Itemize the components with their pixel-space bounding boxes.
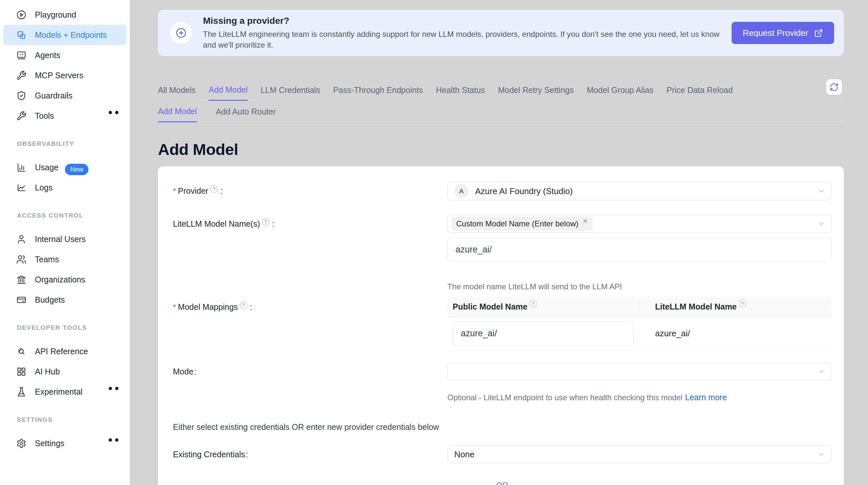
provider-select[interactable]: A Azure AI Foundry (Studio): [447, 182, 832, 200]
provider-avatar: A: [454, 184, 469, 198]
remove-tag-icon[interactable]: ✕: [583, 217, 588, 225]
sidebar-item-organizations[interactable]: Organizations: [0, 269, 129, 290]
tab-model-retry-settings[interactable]: Model Retry Settings: [498, 86, 574, 100]
tab-all-models[interactable]: All Models: [158, 86, 195, 100]
model-names-row: LiteLLM Model Name(s)?: Custom Model Nam…: [173, 215, 832, 291]
wrench-icon: [16, 111, 26, 121]
shield-check-icon: [16, 91, 26, 101]
model-mappings-table: Public Model Name? LiteLLM Model Name? a…: [447, 296, 832, 351]
chevron-down-icon: [817, 187, 825, 195]
sidebar-item-experimental[interactable]: Experimental ••: [0, 382, 129, 402]
sidebar-item-label: AI Hub: [35, 367, 60, 377]
user-icon: [16, 234, 26, 244]
required-marker: *: [173, 303, 176, 312]
sidebar-item-label: Models + Endpoints: [35, 30, 107, 40]
plus-circle-icon: [170, 22, 192, 44]
public-model-name-input[interactable]: [453, 321, 634, 346]
sidebar-item-models-endpoints[interactable]: Models + Endpoints: [3, 25, 126, 45]
sidebar-item-label: Tools: [35, 111, 54, 121]
mappings-table-header: Public Model Name? LiteLLM Model Name?: [447, 296, 832, 317]
tab-add-model[interactable]: Add Model: [209, 85, 248, 101]
sidebar-item-teams[interactable]: Teams: [0, 249, 129, 269]
page-title: Add Model: [158, 140, 844, 159]
banner-description: The LiteLLM engineering team is constant…: [203, 29, 732, 50]
model-mappings-row: *Model Mappings?: Public Model Name? Lit…: [173, 296, 832, 351]
sidebar-item-mcp-servers[interactable]: MCP Servers: [0, 65, 129, 86]
plug-icon: [16, 346, 26, 356]
models-tabs: All Models Add Model LLM Credentials Pas…: [158, 84, 844, 100]
sidebar-section-settings: SETTINGS: [17, 416, 129, 424]
sidebar-item-label: Experimental: [35, 387, 83, 397]
sidebar-item-label: Settings: [35, 439, 64, 448]
sidebar-item-usage[interactable]: Usage New: [0, 157, 129, 177]
line-chart-icon: [16, 183, 26, 193]
external-link-icon: [814, 29, 823, 37]
sidebar-item-label: Guardrails: [35, 91, 72, 100]
sidebar-section-developer-tools: DEVELOPER TOOLS: [17, 324, 129, 332]
request-provider-button[interactable]: Request Provider: [732, 22, 834, 44]
sidebar-item-guardrails[interactable]: Guardrails: [0, 86, 129, 106]
existing-credentials-select[interactable]: None: [447, 446, 832, 463]
custom-model-name-input[interactable]: [447, 238, 832, 261]
help-icon[interactable]: ?: [240, 301, 247, 309]
submenu-ellipsis-icon[interactable]: ••: [108, 383, 121, 394]
sidebar-item-ai-hub[interactable]: AI Hub: [0, 361, 129, 382]
sidebar-item-logs[interactable]: Logs: [0, 177, 129, 198]
help-icon[interactable]: ?: [529, 300, 537, 307]
sidebar-item-label: API Reference: [35, 347, 88, 356]
provider-value: Azure AI Foundry (Studio): [475, 186, 573, 196]
users-icon: [16, 254, 26, 264]
refresh-button[interactable]: [826, 79, 842, 95]
submenu-ellipsis-icon[interactable]: ••: [108, 434, 121, 446]
model-mappings-label: *Model Mappings?:: [173, 296, 447, 318]
mappings-table-row: azure_ai/: [447, 317, 832, 351]
subtab-add-model[interactable]: Add Model: [158, 107, 197, 122]
mode-row: Mode: Optional - LiteLLM endpoint to use…: [173, 363, 832, 402]
chevron-down-icon: [817, 450, 825, 458]
or-divider: OR: [173, 481, 832, 485]
public-model-name-header: Public Model Name?: [447, 296, 640, 317]
help-icon[interactable]: ?: [262, 218, 270, 226]
models-icon: [16, 30, 26, 40]
request-provider-label: Request Provider: [743, 28, 808, 38]
landmark-icon: [16, 274, 26, 285]
sidebar-item-api-reference[interactable]: API Reference: [0, 341, 129, 361]
required-marker: *: [173, 187, 176, 195]
model-name-tag: Custom Model Name (Enter below) ✕: [452, 217, 593, 231]
provider-row: *Provider?: A Azure AI Foundry (Studio): [173, 182, 832, 200]
credit-card-icon: [16, 295, 26, 305]
or-divider-label: OR: [487, 481, 517, 485]
grid-icon: [16, 366, 26, 377]
model-name-helper-text: The model name LiteLLM will send to the …: [447, 282, 832, 291]
subtab-add-auto-router[interactable]: Add Auto Router: [216, 107, 276, 122]
sidebar-item-tools[interactable]: Tools ••: [0, 106, 129, 126]
submenu-ellipsis-icon[interactable]: ••: [108, 107, 121, 119]
sidebar: Playground Models + Endpoints Agents MCP…: [0, 0, 130, 485]
tab-health-status[interactable]: Health Status: [436, 86, 485, 100]
sidebar-item-internal-users[interactable]: Internal Users: [0, 229, 129, 249]
tab-pass-through-endpoints[interactable]: Pass-Through Endpoints: [333, 86, 423, 100]
sidebar-item-agents[interactable]: Agents: [0, 45, 129, 65]
sidebar-item-label: MCP Servers: [35, 71, 83, 80]
tab-llm-credentials[interactable]: LLM Credentials: [261, 86, 320, 100]
wrench-icon: [16, 70, 26, 80]
mode-select[interactable]: [447, 363, 832, 380]
new-badge: New: [65, 164, 88, 175]
flask-icon: [16, 387, 26, 397]
play-circle-icon: [16, 10, 26, 20]
sidebar-section-access-control: ACCESS CONTROL: [17, 212, 129, 220]
sidebar-item-label: Usage: [35, 163, 58, 172]
learn-more-link[interactable]: Learn more: [685, 393, 727, 402]
help-icon[interactable]: ?: [739, 300, 746, 307]
sidebar-section-observability: OBSERVABILITY: [17, 140, 129, 148]
help-icon[interactable]: ?: [210, 185, 218, 193]
chevron-down-icon: [817, 367, 825, 376]
model-name-multiselect[interactable]: Custom Model Name (Enter below) ✕: [447, 215, 832, 233]
sidebar-item-budgets[interactable]: Budgets: [0, 290, 129, 310]
missing-provider-banner: Missing a provider? The LiteLLM engineer…: [158, 10, 844, 56]
sidebar-item-settings[interactable]: Settings ••: [0, 433, 129, 453]
sidebar-item-playground[interactable]: Playground: [0, 5, 129, 25]
sidebar-item-label: Agents: [35, 51, 60, 60]
tab-model-group-alias[interactable]: Model Group Alias: [587, 86, 653, 100]
tab-price-data-reload[interactable]: Price Data Reload: [666, 86, 733, 100]
